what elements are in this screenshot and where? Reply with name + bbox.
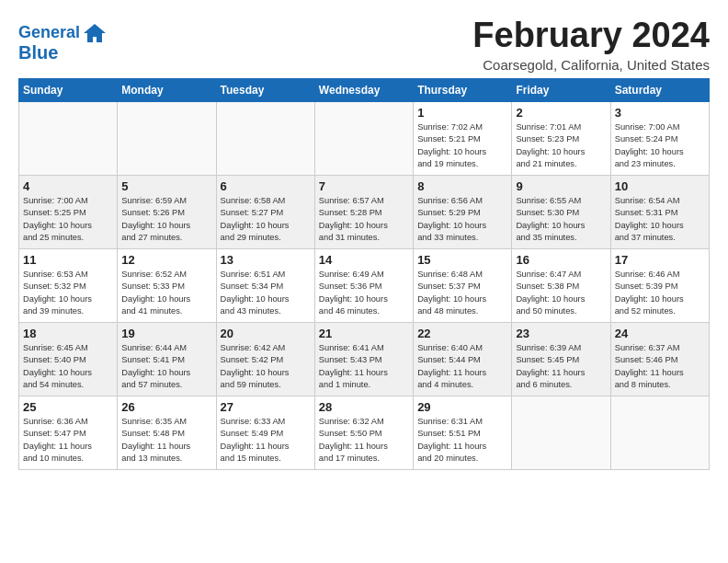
day-info: Sunrise: 6:52 AM Sunset: 5:33 PM Dayligh… <box>121 269 211 318</box>
day-number: 27 <box>221 400 311 414</box>
day-info: Sunrise: 6:37 AM Sunset: 5:46 PM Dayligh… <box>615 342 705 392</box>
calendar-day: 27Sunrise: 6:33 AM Sunset: 5:49 PM Dayli… <box>216 396 314 469</box>
day-number: 7 <box>319 179 409 193</box>
calendar-day: 11Sunrise: 6:53 AM Sunset: 5:32 PM Dayli… <box>19 248 118 322</box>
calendar-day: 24Sunrise: 6:37 AM Sunset: 5:46 PM Dayli… <box>610 322 709 396</box>
header: General Blue February 2024 Coarsegold, C… <box>18 17 710 73</box>
logo-icon <box>82 20 108 46</box>
calendar-day: 21Sunrise: 6:41 AM Sunset: 5:43 PM Dayli… <box>314 322 413 396</box>
calendar-day: 10Sunrise: 6:54 AM Sunset: 5:31 PM Dayli… <box>610 175 709 248</box>
day-info: Sunrise: 6:45 AM Sunset: 5:40 PM Dayligh… <box>23 342 113 392</box>
day-info: Sunrise: 6:54 AM Sunset: 5:31 PM Dayligh… <box>615 195 705 245</box>
calendar-day: 26Sunrise: 6:35 AM Sunset: 5:48 PM Dayli… <box>118 396 216 469</box>
day-info: Sunrise: 6:40 AM Sunset: 5:44 PM Dayligh… <box>417 342 507 392</box>
day-info: Sunrise: 6:48 AM Sunset: 5:37 PM Dayligh… <box>417 269 507 318</box>
day-number: 28 <box>319 400 409 414</box>
day-info: Sunrise: 6:44 AM Sunset: 5:41 PM Dayligh… <box>121 342 211 392</box>
calendar-day: 12Sunrise: 6:52 AM Sunset: 5:33 PM Dayli… <box>118 248 216 322</box>
calendar-week-row: 4Sunrise: 7:00 AM Sunset: 5:25 PM Daylig… <box>19 175 710 248</box>
day-info: Sunrise: 7:02 AM Sunset: 5:21 PM Dayligh… <box>417 121 507 171</box>
calendar-day: 6Sunrise: 6:58 AM Sunset: 5:27 PM Daylig… <box>216 175 314 248</box>
calendar-week-row: 25Sunrise: 6:36 AM Sunset: 5:47 PM Dayli… <box>19 396 710 469</box>
day-info: Sunrise: 6:57 AM Sunset: 5:28 PM Dayligh… <box>319 195 409 245</box>
day-number: 25 <box>23 400 113 414</box>
logo-text: General <box>18 24 80 42</box>
logo: General Blue <box>18 20 108 63</box>
calendar-day <box>19 101 118 175</box>
calendar-day: 20Sunrise: 6:42 AM Sunset: 5:42 PM Dayli… <box>216 322 314 396</box>
calendar-day <box>314 101 413 175</box>
day-info: Sunrise: 6:51 AM Sunset: 5:34 PM Dayligh… <box>221 269 311 318</box>
day-number: 18 <box>23 327 113 340</box>
calendar-day: 14Sunrise: 6:49 AM Sunset: 5:36 PM Dayli… <box>314 248 413 322</box>
day-number: 2 <box>516 106 606 120</box>
calendar-day: 1Sunrise: 7:02 AM Sunset: 5:21 PM Daylig… <box>414 101 512 175</box>
calendar-day <box>610 396 709 469</box>
calendar-header-row: Sunday Monday Tuesday Wednesday Thursday… <box>19 78 710 101</box>
day-number: 22 <box>417 327 507 340</box>
calendar-day: 7Sunrise: 6:57 AM Sunset: 5:28 PM Daylig… <box>314 175 413 248</box>
col-saturday: Saturday <box>610 78 709 101</box>
day-info: Sunrise: 6:56 AM Sunset: 5:29 PM Dayligh… <box>417 195 507 245</box>
calendar-day: 29Sunrise: 6:31 AM Sunset: 5:51 PM Dayli… <box>414 396 512 469</box>
day-info: Sunrise: 6:49 AM Sunset: 5:36 PM Dayligh… <box>319 269 409 318</box>
day-info: Sunrise: 6:42 AM Sunset: 5:42 PM Dayligh… <box>221 342 311 392</box>
location: Coarsegold, California, United States <box>472 57 710 73</box>
day-info: Sunrise: 6:36 AM Sunset: 5:47 PM Dayligh… <box>23 416 113 465</box>
calendar-day: 28Sunrise: 6:32 AM Sunset: 5:50 PM Dayli… <box>314 396 413 469</box>
day-number: 1 <box>417 106 507 120</box>
calendar-day <box>512 396 610 469</box>
day-info: Sunrise: 6:39 AM Sunset: 5:45 PM Dayligh… <box>516 342 606 392</box>
calendar-day: 8Sunrise: 6:56 AM Sunset: 5:29 PM Daylig… <box>414 175 512 248</box>
col-friday: Friday <box>512 78 610 101</box>
day-number: 11 <box>23 253 113 267</box>
calendar-day: 4Sunrise: 7:00 AM Sunset: 5:25 PM Daylig… <box>19 175 118 248</box>
calendar-day: 17Sunrise: 6:46 AM Sunset: 5:39 PM Dayli… <box>610 248 709 322</box>
calendar-week-row: 18Sunrise: 6:45 AM Sunset: 5:40 PM Dayli… <box>19 322 710 396</box>
day-number: 29 <box>417 400 507 414</box>
day-number: 15 <box>417 253 507 267</box>
calendar-day: 23Sunrise: 6:39 AM Sunset: 5:45 PM Dayli… <box>512 322 610 396</box>
calendar-week-row: 11Sunrise: 6:53 AM Sunset: 5:32 PM Dayli… <box>19 248 710 322</box>
day-info: Sunrise: 7:00 AM Sunset: 5:25 PM Dayligh… <box>23 195 113 245</box>
col-monday: Monday <box>118 78 216 101</box>
col-thursday: Thursday <box>414 78 512 101</box>
day-info: Sunrise: 6:53 AM Sunset: 5:32 PM Dayligh… <box>23 269 113 318</box>
calendar-day: 9Sunrise: 6:55 AM Sunset: 5:30 PM Daylig… <box>512 175 610 248</box>
day-number: 6 <box>221 179 311 193</box>
calendar-day: 19Sunrise: 6:44 AM Sunset: 5:41 PM Dayli… <box>118 322 216 396</box>
day-number: 19 <box>121 327 211 340</box>
col-sunday: Sunday <box>19 78 118 101</box>
day-number: 14 <box>319 253 409 267</box>
day-info: Sunrise: 6:55 AM Sunset: 5:30 PM Dayligh… <box>516 195 606 245</box>
day-info: Sunrise: 6:46 AM Sunset: 5:39 PM Dayligh… <box>615 269 705 318</box>
day-number: 9 <box>516 179 606 193</box>
calendar-week-row: 1Sunrise: 7:02 AM Sunset: 5:21 PM Daylig… <box>19 101 710 175</box>
day-info: Sunrise: 7:01 AM Sunset: 5:23 PM Dayligh… <box>516 121 606 171</box>
day-info: Sunrise: 6:59 AM Sunset: 5:26 PM Dayligh… <box>121 195 211 245</box>
calendar-day: 15Sunrise: 6:48 AM Sunset: 5:37 PM Dayli… <box>414 248 512 322</box>
day-number: 13 <box>221 253 311 267</box>
day-number: 20 <box>221 327 311 340</box>
calendar-day <box>216 101 314 175</box>
calendar-day: 3Sunrise: 7:00 AM Sunset: 5:24 PM Daylig… <box>610 101 709 175</box>
col-tuesday: Tuesday <box>216 78 314 101</box>
day-number: 26 <box>121 400 211 414</box>
calendar-day <box>118 101 216 175</box>
calendar-day: 25Sunrise: 6:36 AM Sunset: 5:47 PM Dayli… <box>19 396 118 469</box>
calendar-table: Sunday Monday Tuesday Wednesday Thursday… <box>18 78 710 470</box>
day-number: 23 <box>516 327 606 340</box>
day-number: 24 <box>615 327 705 340</box>
day-number: 12 <box>121 253 211 267</box>
svg-marker-0 <box>84 24 106 42</box>
day-info: Sunrise: 6:35 AM Sunset: 5:48 PM Dayligh… <box>121 416 211 465</box>
calendar-day: 16Sunrise: 6:47 AM Sunset: 5:38 PM Dayli… <box>512 248 610 322</box>
calendar-day: 22Sunrise: 6:40 AM Sunset: 5:44 PM Dayli… <box>414 322 512 396</box>
day-number: 10 <box>615 179 705 193</box>
day-info: Sunrise: 6:32 AM Sunset: 5:50 PM Dayligh… <box>319 416 409 465</box>
day-info: Sunrise: 6:58 AM Sunset: 5:27 PM Dayligh… <box>221 195 311 245</box>
day-number: 3 <box>615 106 705 120</box>
day-number: 16 <box>516 253 606 267</box>
day-number: 17 <box>615 253 705 267</box>
col-wednesday: Wednesday <box>314 78 413 101</box>
